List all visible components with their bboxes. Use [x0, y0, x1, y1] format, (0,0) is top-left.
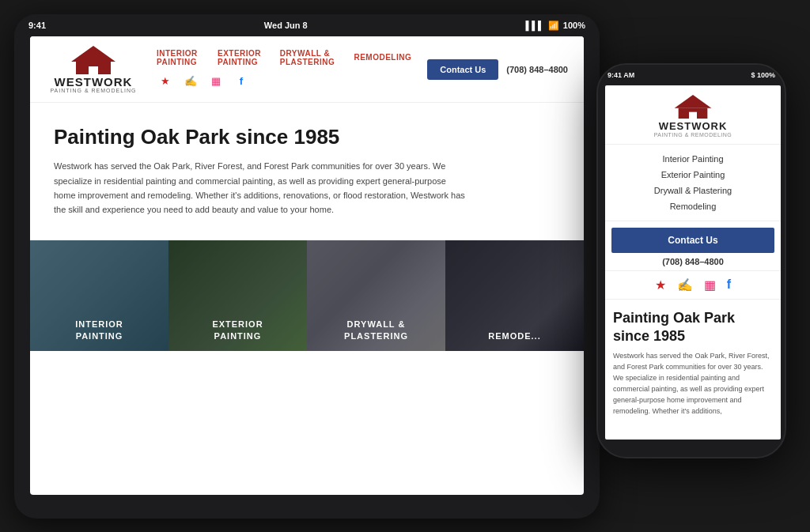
phone-facebook-icon[interactable]: f: [727, 277, 731, 292]
phone-yelp-icon[interactable]: ★: [655, 277, 666, 292]
logo-sub: PAINTING & REMODELING: [50, 88, 136, 94]
tile-exterior-label: EXTERIORPAINTING: [212, 319, 263, 341]
nav-exterior[interactable]: EXTERIOR PAINTING: [218, 49, 266, 66]
phone-instagram-icon[interactable]: ▦: [704, 277, 716, 292]
contact-us-button[interactable]: Contact Us: [427, 59, 498, 80]
yelp-icon[interactable]: ★: [157, 73, 174, 90]
site-header: WESTWORK PAINTING & REMODELING INTERIOR …: [30, 36, 584, 103]
wifi-icon: 📶: [548, 21, 559, 31]
nav-area: INTERIOR PAINTING EXTERIOR PAINTING DRYW…: [157, 49, 411, 90]
tablet-status-bar: 9:41 Wed Jun 8 ▌▌▌ 📶 100%: [14, 14, 600, 36]
svg-marker-0: [71, 46, 115, 62]
phone-contact-button[interactable]: Contact Us: [611, 228, 774, 253]
nav-links: INTERIOR PAINTING EXTERIOR PAINTING DRYW…: [157, 49, 411, 66]
social-row: ★ ✍ ▦ f: [157, 73, 411, 90]
phone-nav-interior[interactable]: Interior Painting: [605, 151, 781, 167]
phone-time: 9:41 AM: [608, 71, 634, 79]
phone-sub: PAINTING & REMODELING: [654, 132, 732, 138]
svg-rect-2: [89, 66, 98, 74]
tile-drywall-plastering[interactable]: DRYWALL &PLASTERING: [307, 240, 445, 351]
phone-social-row: ★ ✍ ▦ f: [605, 270, 781, 300]
logo-brand: WESTWORK: [55, 76, 133, 88]
phone-nav: Interior Painting Exterior Painting Dryw…: [605, 145, 781, 221]
instagram-icon[interactable]: ▦: [207, 73, 225, 90]
contact-area: Contact Us (708) 848–4800: [427, 59, 568, 80]
service-tiles: INTERIORPAINTING EXTERIORPAINTING DRYWAL…: [30, 240, 584, 351]
hero-body: Westwork has served the Oak Park, River …: [54, 159, 465, 217]
battery-level: 100%: [563, 21, 585, 30]
tile-interior-label: INTERIORPAINTING: [75, 319, 123, 341]
hero-section: Painting Oak Park since 1985 Westwork ha…: [30, 103, 584, 231]
tablet-status-right: ▌▌▌ 📶 100%: [525, 21, 585, 31]
logo-area: WESTWORK PAINTING & REMODELING: [46, 44, 141, 94]
phone-nav-drywall[interactable]: Drywall & Plastering: [605, 183, 781, 198]
tablet-time: 9:41: [28, 21, 46, 30]
logo-house-icon: [70, 44, 117, 76]
tile-drywall-label: DRYWALL &PLASTERING: [344, 319, 408, 341]
tile-remodeling[interactable]: REMODE...: [445, 240, 584, 351]
tile-interior-painting[interactable]: INTERIORPAINTING: [30, 240, 168, 351]
tile-exterior-painting[interactable]: EXTERIORPAINTING: [168, 240, 307, 351]
chat-icon[interactable]: ✍: [182, 73, 199, 90]
nav-drywall[interactable]: DRYWALL & PLASTERING: [280, 49, 340, 66]
signal-icon: ▌▌▌: [525, 21, 543, 30]
nav-interior[interactable]: INTERIOR PAINTING: [157, 49, 203, 66]
phone-device: 9:41 AM $ 100% WESTWORK PAINTING & REMOD…: [596, 63, 786, 458]
phone-battery: $ 100%: [751, 71, 775, 79]
phone-logo: WESTWORK PAINTING & REMODELING: [605, 85, 781, 145]
tablet-screen: WESTWORK PAINTING & REMODELING INTERIOR …: [30, 36, 584, 495]
tablet-date: Wed Jun 8: [264, 21, 308, 30]
phone-status-bar: 9:41 AM $ 100%: [598, 65, 785, 85]
phone-logo-house: [673, 93, 713, 120]
phone-chat-icon[interactable]: ✍: [677, 277, 693, 292]
phone-phone-number: (708) 848–4800: [605, 253, 781, 270]
scene: 9:41 Wed Jun 8 ▌▌▌ 📶 100% WESTWORK PAINT: [0, 0, 810, 532]
phone-screen: WESTWORK PAINTING & REMODELING Interior …: [605, 85, 781, 440]
nav-remodeling[interactable]: REMODELING: [354, 53, 411, 62]
tablet-device: 9:41 Wed Jun 8 ▌▌▌ 📶 100% WESTWORK PAINT: [14, 14, 600, 519]
svg-rect-5: [689, 112, 697, 119]
phone-nav-remodeling[interactable]: Remodeling: [605, 198, 781, 214]
tile-remodeling-label: REMODE...: [488, 330, 540, 341]
phone-hero-body: Westwork has served the Oak Park, River …: [605, 351, 781, 427]
header-phone: (708) 848–4800: [506, 65, 568, 74]
phone-hero-title: Painting Oak Park since 1985: [605, 306, 781, 351]
facebook-icon[interactable]: f: [233, 73, 250, 90]
hero-title: Painting Oak Park since 1985: [54, 125, 560, 149]
svg-marker-3: [675, 95, 712, 108]
phone-brand: WESTWORK: [659, 120, 728, 132]
phone-nav-exterior[interactable]: Exterior Painting: [605, 167, 781, 183]
